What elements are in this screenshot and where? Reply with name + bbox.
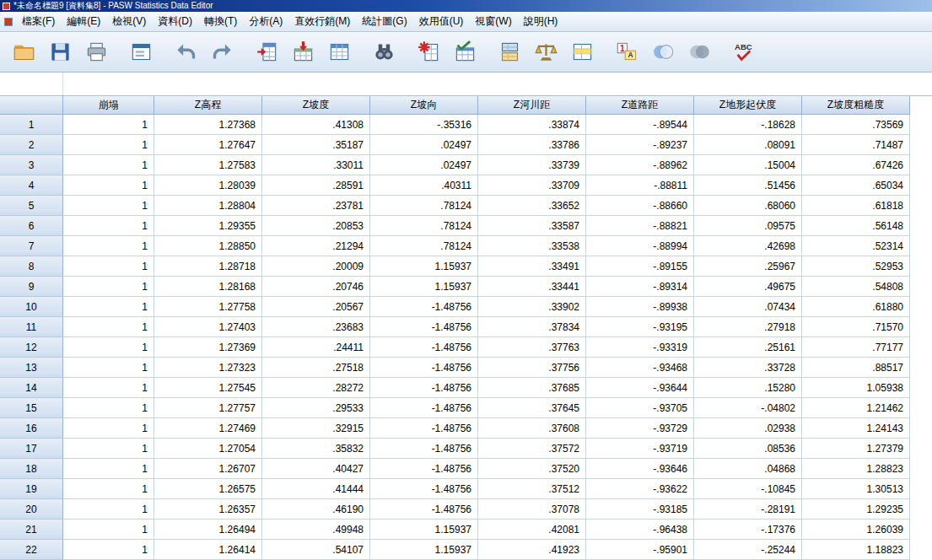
find-button[interactable] (367, 35, 401, 69)
data-cell[interactable]: .33587 (478, 216, 586, 236)
data-cell[interactable]: 1 (63, 135, 154, 155)
data-cell[interactable]: .42081 (478, 520, 586, 540)
data-cell[interactable]: 1.15937 (370, 256, 478, 277)
data-cell[interactable]: .02938 (694, 418, 802, 439)
data-cell[interactable]: 1 (63, 358, 154, 378)
row-number-cell[interactable]: 3 (0, 155, 63, 175)
data-cell[interactable]: .02497 (370, 135, 478, 155)
save-button[interactable] (43, 35, 77, 69)
column-header[interactable]: Z道路距 (586, 96, 694, 115)
data-cell[interactable]: -.88821 (586, 216, 694, 236)
data-cell[interactable]: -.88994 (586, 236, 694, 256)
data-cell[interactable]: 1.27469 (154, 418, 262, 439)
data-cell[interactable]: -.88660 (586, 196, 694, 216)
data-cell[interactable]: .41923 (478, 540, 586, 560)
data-cell[interactable]: -.93195 (586, 317, 694, 337)
data-cell[interactable]: .08091 (694, 135, 802, 155)
data-cell[interactable]: -.89155 (586, 256, 694, 277)
column-header[interactable]: 崩塌 (63, 96, 154, 115)
redo-button[interactable] (205, 35, 239, 69)
data-cell[interactable]: 1.26357 (154, 499, 262, 520)
data-cell[interactable]: .28272 (262, 378, 370, 398)
data-cell[interactable]: 1 (63, 398, 154, 418)
row-number-cell[interactable]: 12 (0, 337, 63, 358)
data-cell[interactable]: 1.26494 (154, 520, 262, 540)
data-cell[interactable]: .37078 (478, 499, 586, 520)
data-cell[interactable]: .68060 (694, 196, 802, 216)
data-cell[interactable]: -.89237 (586, 135, 694, 155)
data-cell[interactable]: -.10845 (694, 479, 802, 499)
data-cell[interactable]: .35187 (262, 135, 370, 155)
data-cell[interactable]: -1.48756 (370, 337, 478, 358)
data-cell[interactable]: 1.28718 (154, 256, 262, 277)
data-cell[interactable]: -.93719 (586, 439, 694, 459)
variables-button[interactable] (322, 35, 356, 69)
data-cell[interactable]: 1 (63, 317, 154, 337)
data-cell[interactable]: .46190 (262, 499, 370, 520)
data-cell[interactable]: -.95901 (586, 540, 694, 560)
data-cell[interactable]: 1.27758 (154, 297, 262, 317)
data-cell[interactable]: 1.27369 (154, 337, 262, 358)
data-cell[interactable]: .33728 (694, 358, 802, 378)
row-number-cell[interactable]: 1 (0, 115, 63, 135)
data-cell[interactable]: .56148 (802, 216, 910, 236)
row-number-cell[interactable]: 4 (0, 175, 63, 196)
data-cell[interactable]: .33652 (478, 196, 586, 216)
column-header[interactable]: Z地形起伏度 (694, 96, 802, 115)
menu-item-utilities[interactable]: 效用值(U) (413, 12, 470, 31)
row-number-cell[interactable]: 8 (0, 256, 63, 277)
data-cell[interactable]: 1.28850 (154, 236, 262, 256)
data-cell[interactable]: .15004 (694, 155, 802, 175)
split-file-button[interactable] (493, 35, 526, 69)
data-cell[interactable]: .20567 (262, 297, 370, 317)
data-cell[interactable]: 1 (63, 256, 154, 277)
data-cell[interactable]: -.89938 (586, 297, 694, 317)
data-cell[interactable]: .23781 (262, 196, 370, 216)
data-cell[interactable]: .78124 (370, 236, 478, 256)
data-cell[interactable]: .15280 (694, 378, 802, 398)
data-cell[interactable]: .20853 (262, 216, 370, 236)
data-cell[interactable]: .52314 (802, 236, 910, 256)
data-cell[interactable]: .21294 (262, 236, 370, 256)
recall-dialogs-button[interactable] (124, 35, 158, 69)
data-cell[interactable]: .37756 (478, 358, 586, 378)
print-button[interactable] (79, 35, 113, 69)
data-cell[interactable]: -1.48756 (370, 297, 478, 317)
menu-item-view[interactable]: 檢視(V) (106, 12, 152, 31)
spell-check-button[interactable]: ABC (727, 35, 761, 69)
row-number-cell[interactable]: 21 (0, 520, 63, 540)
data-cell[interactable]: 1 (63, 115, 154, 135)
data-cell[interactable]: 1.27545 (154, 378, 262, 398)
data-cell[interactable]: .78124 (370, 196, 478, 216)
data-cell[interactable]: .37520 (478, 459, 586, 479)
data-cell[interactable]: .52953 (802, 256, 910, 277)
data-cell[interactable]: 1.28168 (154, 277, 262, 297)
title-bar[interactable]: *未命名標題9 [資料集8] - PASW Statistics Data Ed… (0, 0, 932, 12)
data-cell[interactable]: 1 (63, 418, 154, 439)
row-number-cell[interactable]: 10 (0, 297, 63, 317)
data-cell[interactable]: .37763 (478, 337, 586, 358)
row-number-cell[interactable]: 9 (0, 277, 63, 297)
row-number-cell[interactable]: 16 (0, 418, 63, 439)
data-cell[interactable]: 1.18823 (802, 540, 910, 560)
data-cell[interactable]: 1.27583 (154, 155, 262, 175)
data-cell[interactable]: 1.27368 (154, 115, 262, 135)
data-cell[interactable]: .33874 (478, 115, 586, 135)
goto-variable-button[interactable] (286, 35, 320, 69)
menu-item-file[interactable]: 檔案(F) (16, 12, 61, 31)
row-number-cell[interactable]: 6 (0, 216, 63, 236)
data-cell[interactable]: 1.15937 (370, 277, 478, 297)
insert-variable-button[interactable] (448, 35, 482, 69)
data-cell[interactable]: -1.48756 (370, 479, 478, 499)
data-cell[interactable]: 1 (63, 337, 154, 358)
data-cell[interactable]: .33011 (262, 155, 370, 175)
row-number-cell[interactable]: 7 (0, 236, 63, 256)
data-cell[interactable]: 1 (63, 175, 154, 196)
data-cell[interactable]: .33902 (478, 297, 586, 317)
use-variable-sets-button[interactable] (646, 35, 680, 69)
data-cell[interactable]: 1.27647 (154, 135, 262, 155)
data-cell[interactable]: .37834 (478, 317, 586, 337)
data-cell[interactable]: .37572 (478, 439, 586, 459)
data-cell[interactable]: 1 (63, 459, 154, 479)
data-cell[interactable]: -.89544 (586, 115, 694, 135)
